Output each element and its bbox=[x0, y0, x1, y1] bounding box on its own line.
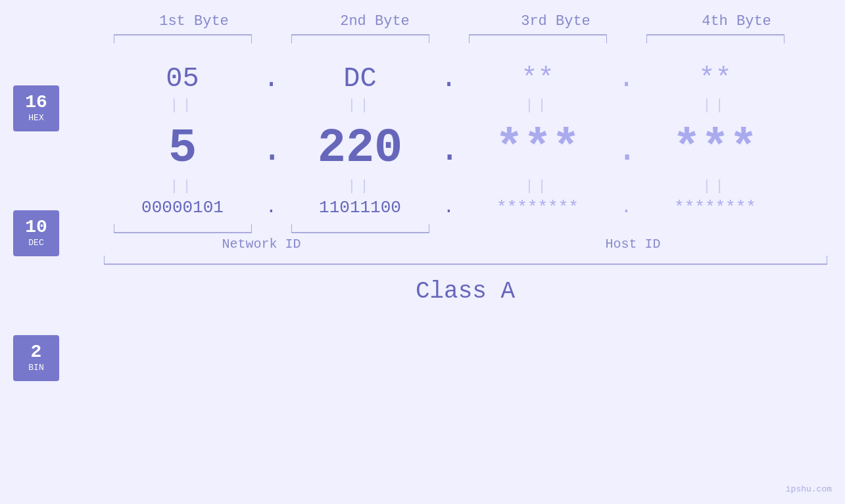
network-id-label: Network ID bbox=[104, 237, 420, 252]
byte4-header: 4th Byte bbox=[658, 13, 815, 30]
watermark: ipshu.com bbox=[786, 484, 832, 494]
byte-headers-row: 1st Byte 2nd Byte 3rd Byte 4th Byte bbox=[104, 13, 827, 30]
bin-num: 2 bbox=[31, 343, 42, 361]
dec-num: 10 bbox=[25, 218, 47, 237]
hex-name: HEX bbox=[28, 113, 43, 124]
top-brackets bbox=[104, 34, 827, 43]
dot-bin-3: . bbox=[617, 197, 637, 218]
base-labels: 16 HEX 10 DEC 2 BIN bbox=[13, 85, 59, 381]
bin-b3: ******** bbox=[459, 198, 617, 218]
dot-bin-1: . bbox=[262, 197, 281, 218]
dot-hex-1: . bbox=[262, 63, 281, 95]
dot-dec-1: . bbox=[262, 130, 281, 175]
bin-row: 00000101 . 11011100 . ******** . *******… bbox=[104, 197, 827, 218]
byte1-header: 1st Byte bbox=[115, 13, 273, 30]
dec-row: 5 . 220 . *** . *** bbox=[104, 116, 827, 175]
bin-badge: 2 BIN bbox=[13, 335, 59, 381]
dot-dec-2: . bbox=[439, 130, 459, 175]
top-bracket-3 bbox=[459, 34, 617, 43]
hex-b1: 05 bbox=[104, 63, 262, 95]
bin-b4: ******** bbox=[637, 198, 794, 218]
class-label: Class A bbox=[104, 278, 827, 305]
hex-num: 16 bbox=[25, 93, 47, 112]
hex-row: 05 . DC . ** . ** bbox=[104, 63, 827, 95]
dot-dec-3: . bbox=[617, 130, 637, 175]
dec-badge: 10 DEC bbox=[13, 210, 59, 256]
dec-name: DEC bbox=[28, 238, 43, 248]
top-bracket-4 bbox=[637, 34, 794, 43]
eq2: || bbox=[281, 97, 439, 114]
dot-hex-3: . bbox=[617, 63, 637, 95]
top-bracket-2 bbox=[281, 34, 439, 43]
dec-b2: 220 bbox=[281, 116, 439, 175]
dec-b1: 5 bbox=[104, 116, 262, 175]
bin-name: BIN bbox=[28, 363, 43, 373]
byte1-label: 1st Byte bbox=[159, 13, 229, 30]
full-bottom-bracket bbox=[104, 256, 827, 269]
byte4-label: 4th Byte bbox=[702, 13, 771, 30]
top-bracket-1 bbox=[104, 34, 262, 43]
eq4: || bbox=[637, 97, 794, 114]
id-labels-row: Network ID Host ID bbox=[104, 237, 827, 252]
eq1: || bbox=[104, 97, 262, 114]
byte3-header: 3rd Byte bbox=[477, 13, 635, 30]
eq-row-1: || || || || bbox=[104, 97, 827, 114]
hex-b3: ** bbox=[459, 63, 617, 95]
dec-b4: *** bbox=[637, 116, 794, 175]
bin-b1: 00000101 bbox=[104, 198, 262, 218]
bin-b2: 11011100 bbox=[281, 198, 439, 218]
bottom-byte-brackets bbox=[104, 224, 827, 234]
byte2-header: 2nd Byte bbox=[296, 13, 454, 30]
byte2-label: 2nd Byte bbox=[340, 13, 410, 30]
host-id-label: Host ID bbox=[439, 237, 827, 252]
byte3-label: 3rd Byte bbox=[521, 13, 591, 30]
dot-hex-2: . bbox=[439, 63, 459, 95]
hex-b2: DC bbox=[281, 63, 439, 95]
hex-badge: 16 HEX bbox=[13, 85, 59, 131]
bot-bracket-2 bbox=[281, 224, 439, 234]
main-container: 1st Byte 2nd Byte 3rd Byte 4th Byte bbox=[0, 0, 845, 504]
eq3: || bbox=[459, 97, 617, 114]
eq-row-2: || || || || bbox=[104, 178, 827, 195]
bot-bracket-1 bbox=[104, 224, 262, 234]
dec-b3: *** bbox=[459, 116, 617, 175]
hex-b4: ** bbox=[637, 63, 794, 95]
dot-bin-2: . bbox=[439, 197, 459, 218]
